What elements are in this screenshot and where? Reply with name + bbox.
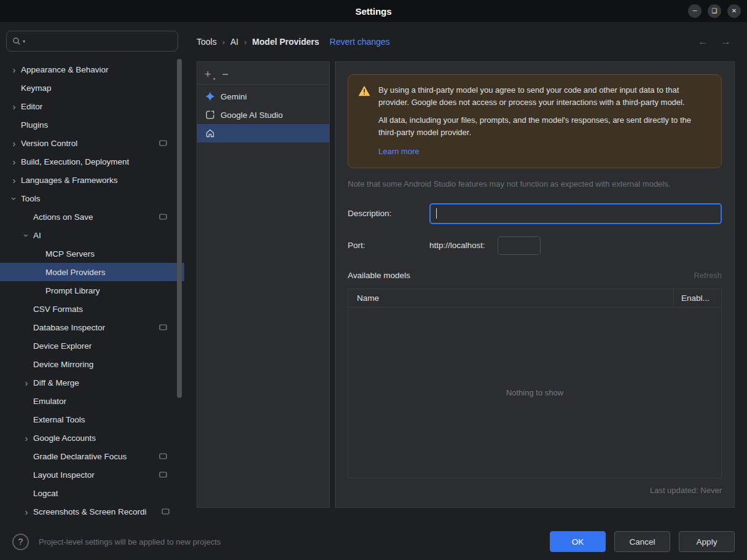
third-party-warning-banner: By using a third-party model you agree t… bbox=[348, 74, 722, 168]
sidebar-item-keymap[interactable]: Keymap bbox=[0, 79, 184, 97]
breadcrumb-tools[interactable]: Tools bbox=[197, 37, 217, 47]
sidebar-item-screenshots-screen-recording[interactable]: › Screenshots & Screen Recordi bbox=[0, 502, 184, 521]
sidebar-item-editor[interactable]: › Editor bbox=[0, 97, 184, 115]
sidebar-item-label: Model Providers bbox=[45, 268, 106, 277]
sidebar-item-device-mirroring[interactable]: Device Mirroring bbox=[0, 355, 184, 373]
screen-settings-icon bbox=[159, 472, 167, 478]
search-history-caret-icon[interactable]: ▾ bbox=[23, 39, 25, 44]
sidebar-item-label: MCP Servers bbox=[45, 249, 95, 259]
sidebar-item-label: Logcat bbox=[33, 489, 58, 498]
google-ai-studio-icon bbox=[205, 110, 215, 120]
sidebar-item-label: Appearance & Behavior bbox=[21, 65, 109, 74]
chevron-right-icon[interactable]: › bbox=[7, 176, 21, 185]
sidebar-item-tools[interactable]: › Tools bbox=[0, 189, 184, 208]
sidebar-item-database-inspector[interactable]: Database Inspector bbox=[0, 318, 184, 336]
sidebar-item-prompt-library[interactable]: Prompt Library bbox=[0, 281, 184, 300]
sidebar-item-emulator[interactable]: Emulator bbox=[0, 392, 184, 410]
sidebar-item-label: AI bbox=[33, 231, 41, 240]
minimize-button[interactable]: ─ bbox=[688, 4, 702, 18]
description-input[interactable] bbox=[429, 203, 722, 224]
forward-arrow-icon[interactable]: → bbox=[721, 36, 731, 48]
help-button[interactable]: ? bbox=[12, 534, 29, 550]
settings-search-box[interactable]: ▾ bbox=[6, 31, 178, 52]
screen-settings-icon bbox=[159, 140, 167, 147]
sidebar-item-label: Actions on Save bbox=[33, 212, 93, 222]
sidebar-item-label: Keymap bbox=[21, 84, 52, 93]
footer-hint: Project-level settings will be applied t… bbox=[39, 537, 221, 546]
sidebar-item-version-control[interactable]: › Version Control bbox=[0, 134, 184, 152]
content-panels: +▾ − Gemini bbox=[184, 61, 747, 523]
chevron-right-icon[interactable]: › bbox=[7, 102, 21, 111]
cancel-button[interactable]: Cancel bbox=[614, 531, 670, 552]
sidebar-item-label: Languages & Frameworks bbox=[21, 176, 118, 185]
sidebar-item-gradle-declarative-focus[interactable]: Gradle Declarative Focus bbox=[0, 447, 184, 465]
breadcrumb: Tools › AI › Model Providers Revert chan… bbox=[184, 22, 747, 61]
maximize-button[interactable]: ❑ bbox=[708, 4, 721, 18]
chevron-right-icon[interactable]: › bbox=[7, 139, 21, 148]
sidebar-item-mcp-servers[interactable]: MCP Servers bbox=[0, 244, 184, 263]
home-icon bbox=[205, 128, 215, 138]
gemini-icon bbox=[205, 91, 215, 101]
providers-list: Gemini Google AI Studio bbox=[197, 85, 329, 142]
back-arrow-icon[interactable]: ← bbox=[698, 36, 708, 48]
close-button[interactable]: ✕ bbox=[727, 4, 741, 18]
sidebar-item-label: Emulator bbox=[33, 397, 66, 406]
chevron-down-icon[interactable]: › bbox=[10, 192, 19, 205]
sidebar-item-label: External Tools bbox=[33, 415, 85, 424]
sidebar-item-external-tools[interactable]: External Tools bbox=[0, 410, 184, 429]
sidebar-item-label: Device Explorer bbox=[33, 341, 92, 351]
external-models-note: Note that some Android Studio features m… bbox=[348, 179, 722, 189]
sidebar-item-ai[interactable]: › AI bbox=[0, 226, 184, 244]
footer-buttons: OK Cancel Apply bbox=[550, 531, 735, 552]
breadcrumb-ai[interactable]: AI bbox=[230, 37, 238, 47]
sidebar-item-appearance-behavior[interactable]: › Appearance & Behavior bbox=[0, 60, 184, 79]
port-input[interactable] bbox=[498, 236, 541, 255]
warning-paragraph-1: By using a third-party model you agree t… bbox=[378, 84, 711, 108]
chevron-right-icon[interactable]: › bbox=[7, 65, 21, 74]
sidebar-item-csv-formats[interactable]: CSV Formats bbox=[0, 300, 184, 318]
remove-provider-button[interactable]: − bbox=[222, 69, 229, 80]
sidebar-scrollbar[interactable] bbox=[177, 59, 182, 398]
warning-text: By using a third-party model you agree t… bbox=[378, 84, 711, 158]
search-icon bbox=[12, 37, 21, 45]
sidebar-item-diff-merge[interactable]: › Diff & Merge bbox=[0, 373, 184, 392]
sidebar-item-label: Screenshots & Screen Recordi bbox=[33, 507, 147, 516]
sidebar-item-label: CSV Formats bbox=[33, 305, 83, 314]
sidebar-item-device-explorer[interactable]: Device Explorer bbox=[0, 336, 184, 355]
settings-body: ▾ › Appearance & Behavior Keymap › Edito… bbox=[0, 22, 747, 523]
sidebar-item-model-providers[interactable]: Model Providers bbox=[0, 263, 184, 281]
refresh-button[interactable]: Refresh bbox=[694, 271, 722, 280]
column-header-name[interactable]: Name bbox=[348, 289, 673, 307]
chevron-right-icon[interactable]: › bbox=[20, 507, 33, 516]
chevron-right-icon[interactable]: › bbox=[7, 157, 21, 166]
provider-item-gemini[interactable]: Gemini bbox=[197, 87, 329, 106]
provider-item-new[interactable] bbox=[197, 124, 329, 142]
sidebar-item-label: Plugins bbox=[21, 120, 48, 130]
add-provider-button[interactable]: +▾ bbox=[205, 69, 211, 80]
screen-settings-icon bbox=[162, 508, 170, 515]
breadcrumb-model-providers: Model Providers bbox=[252, 37, 319, 47]
models-table: Name Enabl... Nothing to show bbox=[348, 289, 722, 479]
sidebar-item-google-accounts[interactable]: › Google Accounts bbox=[0, 429, 184, 447]
apply-button[interactable]: Apply bbox=[679, 531, 735, 552]
sidebar-item-label: Gradle Declarative Focus bbox=[33, 452, 127, 461]
learn-more-link[interactable]: Learn more bbox=[378, 146, 419, 158]
sidebar-item-layout-inspector[interactable]: Layout Inspector bbox=[0, 465, 184, 484]
revert-changes-link[interactable]: Revert changes bbox=[330, 37, 390, 47]
chevron-right-icon[interactable]: › bbox=[20, 378, 33, 387]
column-header-enabled[interactable]: Enabl... bbox=[673, 289, 721, 307]
chevron-right-icon[interactable]: › bbox=[20, 434, 33, 443]
sidebar-item-build-execution-deployment[interactable]: › Build, Execution, Deployment bbox=[0, 152, 184, 171]
sidebar-item-actions-on-save[interactable]: Actions on Save bbox=[0, 208, 184, 226]
providers-list-panel: +▾ − Gemini bbox=[197, 61, 330, 508]
provider-item-google-ai-studio[interactable]: Google AI Studio bbox=[197, 106, 329, 124]
port-url-prefix: http://localhost: bbox=[429, 241, 485, 250]
sidebar-item-plugins[interactable]: Plugins bbox=[0, 115, 184, 134]
sidebar-item-label: Prompt Library bbox=[45, 286, 100, 295]
sidebar-item-languages-frameworks[interactable]: › Languages & Frameworks bbox=[0, 171, 184, 189]
breadcrumb-separator: › bbox=[244, 37, 246, 47]
chevron-down-icon[interactable]: › bbox=[22, 228, 31, 242]
settings-search-input[interactable] bbox=[27, 37, 172, 46]
ok-button[interactable]: OK bbox=[550, 531, 606, 552]
sidebar-item-logcat[interactable]: Logcat bbox=[0, 484, 184, 502]
